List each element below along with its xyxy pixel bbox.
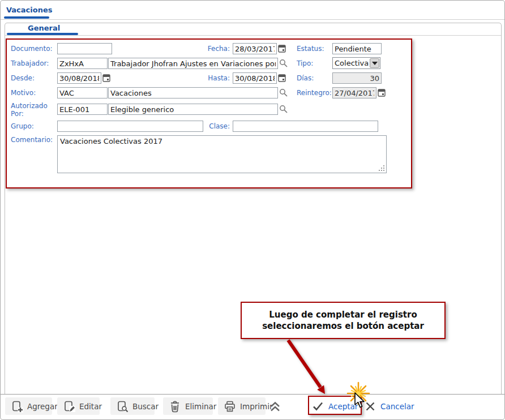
tipo-select-value: Colectiva: [333, 59, 369, 67]
estatus-input[interactable]: [332, 43, 382, 54]
hasta-label: Hasta:: [187, 74, 230, 82]
callout-line1: Luego de completar el registro: [269, 309, 417, 320]
desde-calendar-icon[interactable]: [102, 74, 110, 82]
agregar-button[interactable]: Agregar: [5, 397, 52, 415]
vacaciones-window: Vacaciones General Documento: Fecha: Est…: [0, 0, 505, 420]
autorizado-search-icon[interactable]: [279, 105, 288, 114]
autorizado-name-input[interactable]: [108, 104, 278, 115]
tab-general[interactable]: General: [28, 24, 60, 32]
clase-input[interactable]: [233, 121, 378, 132]
callout-arrow: [281, 338, 335, 397]
trabajador-search-icon[interactable]: [279, 59, 288, 68]
callout-box: Luego de completar el registro seleccion…: [241, 302, 446, 339]
panel-divider: [5, 35, 501, 36]
tabbar-divider: [1, 19, 505, 20]
trabajador-label: Trabajador:: [11, 59, 49, 67]
clase-label: Clase:: [202, 122, 230, 130]
check-icon: [312, 400, 324, 413]
reintegro-label: Reintegro:: [297, 89, 332, 97]
tipo-dropdown-arrow-icon[interactable]: [370, 58, 379, 68]
double-chevron-up-icon: [269, 400, 281, 413]
trash-icon: [169, 400, 181, 413]
motivo-label: Motivo:: [11, 89, 36, 97]
comentario-textarea[interactable]: Vacaciones Colectivas 2017: [57, 135, 387, 173]
resize-grip-icon[interactable]: [378, 165, 385, 172]
comentario-label: Comentario:: [11, 136, 53, 144]
printer-icon: [224, 400, 236, 413]
grupo-label: Grupo:: [11, 122, 34, 130]
comentario-text: Vacaciones Colectivas 2017: [60, 137, 162, 145]
dias-label: Días:: [297, 74, 314, 82]
motivo-name-input[interactable]: [108, 87, 278, 98]
tab-vacaciones[interactable]: Vacaciones: [6, 6, 53, 14]
desde-label: Desde:: [11, 74, 35, 82]
trabajador-name-input[interactable]: [108, 58, 278, 69]
motivo-code-input[interactable]: [57, 87, 108, 98]
documento-label: Documento:: [11, 45, 53, 53]
estatus-label: Estatus:: [297, 45, 324, 53]
tipo-label: Tipo:: [297, 59, 313, 67]
desde-input[interactable]: [57, 72, 101, 84]
grupo-input[interactable]: [57, 121, 203, 132]
eliminar-button[interactable]: Eliminar: [163, 397, 213, 415]
motivo-search-icon[interactable]: [279, 88, 288, 97]
tipo-select[interactable]: Colectiva: [332, 57, 380, 69]
editar-label: Editar: [79, 402, 102, 411]
editar-button[interactable]: Editar: [57, 397, 100, 415]
eliminar-label: Eliminar: [185, 402, 216, 411]
buscar-label: Buscar: [132, 402, 159, 411]
documento-input[interactable]: [57, 43, 112, 54]
fecha-label: Fecha:: [187, 45, 230, 53]
callout-line2: seleccionaremos el botón aceptar: [262, 320, 424, 332]
mouse-cursor-icon: [354, 392, 366, 409]
edit-document-icon: [63, 400, 75, 413]
imprimir-button[interactable]: Imprimir: [218, 397, 266, 415]
autorizado-code-input[interactable]: [57, 104, 108, 115]
toolbar-divider: [1, 394, 505, 395]
cancelar-label: Cancelar: [380, 402, 414, 411]
add-document-icon: [11, 400, 23, 413]
hasta-input[interactable]: [233, 72, 277, 84]
reintegro-input: [332, 87, 376, 98]
trabajador-code-input[interactable]: [57, 58, 108, 69]
buscar-button[interactable]: Buscar: [110, 397, 155, 415]
fecha-calendar-icon[interactable]: [278, 44, 286, 53]
hasta-calendar-icon[interactable]: [278, 74, 286, 82]
fecha-input[interactable]: [233, 43, 277, 54]
toolbar-collapse-button[interactable]: [266, 397, 285, 415]
reintegro-calendar-icon[interactable]: [378, 88, 386, 97]
search-document-icon: [116, 400, 129, 413]
tab-vacaciones-underline: [4, 16, 49, 19]
dias-input: [332, 72, 382, 84]
agregar-label: Agregar: [27, 402, 58, 411]
autorizado-label: Autorizado Por:: [11, 102, 56, 118]
